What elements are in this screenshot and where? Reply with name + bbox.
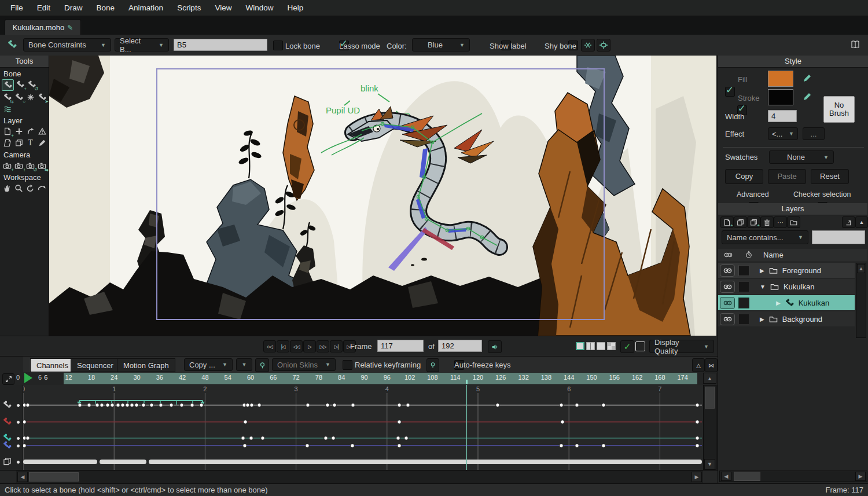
- add-point-tool-icon[interactable]: [13, 126, 24, 137]
- eyedropper-tool-icon[interactable]: [36, 138, 47, 148]
- bone-motion-channel-icon[interactable]: [3, 401, 12, 409]
- magnet-tool-icon[interactable]: [36, 126, 47, 137]
- ruler-frame-label[interactable]: 84: [333, 374, 350, 381]
- orbit-workspace-tool-icon[interactable]: [36, 183, 47, 193]
- ruler-frame-label[interactable]: 30: [129, 374, 145, 381]
- stroke-eyedropper-icon[interactable]: [803, 92, 812, 101]
- reparent-bone-tool-icon[interactable]: ↺: [26, 79, 37, 90]
- select-shape-tool-icon[interactable]: [13, 138, 24, 148]
- single-view-button[interactable]: [576, 342, 586, 352]
- new-layer-button[interactable]: +: [720, 216, 734, 228]
- ruler-frame-label[interactable]: 42: [174, 374, 190, 381]
- timeline-scroll-up-button[interactable]: ▲: [703, 373, 716, 384]
- menu-item-help[interactable]: Help: [280, 3, 310, 12]
- lock-bone-checkbox[interactable]: [273, 41, 283, 50]
- split-bone-button[interactable]: [581, 39, 595, 52]
- layer-filter-dropdown[interactable]: Name contains...▼: [722, 230, 808, 244]
- document-tab[interactable]: Kukulkan.moho ✎: [5, 19, 81, 35]
- manipulate-bones-tool-icon[interactable]: ○: [13, 92, 24, 102]
- effect-dropdown[interactable]: <...▼: [768, 127, 798, 140]
- collapse-panel-button[interactable]: ▲: [855, 216, 868, 228]
- duplicate-layer-button[interactable]: [734, 216, 747, 228]
- layer-row-kukulkan-group[interactable]: ▼ Kukulkan: [718, 279, 855, 294]
- effect-more-button[interactable]: ...: [803, 127, 825, 140]
- reference-layer-button[interactable]: +: [747, 216, 760, 228]
- ruler-frame-label[interactable]: 96: [379, 374, 395, 381]
- ruler-frame-label[interactable]: 168: [652, 374, 668, 381]
- layer-color-swatch[interactable]: [738, 314, 749, 325]
- ruler-frame-label[interactable]: 156: [606, 374, 623, 381]
- layer-row-kukulkan-bone-selected[interactable]: ▶ Kukulkan: [718, 295, 855, 310]
- zoom-workspace-tool-icon[interactable]: [13, 183, 24, 193]
- step-back-button[interactable]: ◁◁: [290, 340, 303, 352]
- bone-dynamics-channel-icon[interactable]: [3, 417, 12, 426]
- ruler-frame-label[interactable]: 66: [265, 374, 281, 381]
- no-brush-button[interactable]: No Brush: [823, 96, 855, 123]
- expand-timeline-icon[interactable]: [2, 373, 14, 385]
- track-camera-tool-icon[interactable]: +: [2, 160, 13, 171]
- layer-visibility-eyes-icon[interactable]: [720, 297, 735, 309]
- layer-color-swatch[interactable]: [738, 265, 749, 276]
- paste-style-button[interactable]: Paste: [768, 169, 806, 184]
- layer-visibility-eyes-icon[interactable]: [720, 313, 735, 325]
- canvas-viewport[interactable]: Pupil LR: [49, 56, 716, 336]
- detach-panel-button[interactable]: [842, 216, 855, 228]
- ruler-frame-label[interactable]: 36: [152, 374, 168, 381]
- pan-workspace-tool-icon[interactable]: [2, 183, 13, 193]
- freehand-tool-icon[interactable]: [2, 138, 13, 148]
- ruler-frame-label[interactable]: 78: [311, 374, 327, 381]
- menu-item-view[interactable]: View: [208, 3, 238, 12]
- menu-item-animation[interactable]: Animation: [122, 3, 170, 12]
- paste-options-dropdown[interactable]: ▼: [236, 358, 252, 371]
- menu-item-draw[interactable]: Draw: [57, 3, 90, 12]
- layer-options-button[interactable]: ···: [774, 216, 787, 228]
- ruler-frame-label[interactable]: 120: [470, 374, 486, 381]
- copy-style-button[interactable]: Copy: [725, 169, 763, 184]
- transform-bone-tool-icon[interactable]: ⇆: [2, 92, 13, 102]
- expand-arrow-icon[interactable]: ▶: [760, 267, 764, 274]
- layers-scrollbar[interactable]: ▲: [856, 263, 866, 338]
- timeline-vscrollbar[interactable]: ▼: [703, 385, 716, 470]
- fill-color-swatch[interactable]: [768, 71, 793, 87]
- swatches-dropdown[interactable]: None▼: [769, 150, 834, 164]
- ruler-frame-label[interactable]: 102: [402, 374, 418, 381]
- ruler-frame-label[interactable]: 54: [220, 374, 236, 381]
- curvature-tool-icon[interactable]: [25, 126, 36, 137]
- ruler-frame-label[interactable]: 126: [492, 374, 509, 381]
- expand-arrow-icon[interactable]: ▶: [760, 316, 764, 322]
- jump-start-loop-button[interactable]: ○◁: [263, 340, 276, 352]
- ruler-frame-label[interactable]: 72: [288, 374, 304, 381]
- ruler-frame-label[interactable]: 162: [629, 374, 645, 381]
- bone-strength-tool-icon[interactable]: [25, 92, 36, 102]
- text-tool-icon[interactable]: T: [25, 138, 36, 148]
- bone-name-input[interactable]: [174, 39, 267, 51]
- ruler-frame-label[interactable]: 24: [106, 374, 122, 381]
- mute-speaker-icon[interactable]: [488, 340, 502, 353]
- select-bone-dropdown[interactable]: Select B...▼: [115, 38, 169, 52]
- enable-drawing-check-icon[interactable]: ✓: [620, 340, 634, 353]
- display-quality-dropdown[interactable]: Display Quality▼: [649, 340, 714, 353]
- bind-bone-tool-icon[interactable]: ➤: [36, 92, 47, 102]
- play-button[interactable]: ▷: [303, 340, 316, 352]
- flatten-keys-button[interactable]: ⋈: [705, 358, 718, 372]
- ruler-frame-label[interactable]: 60: [242, 374, 259, 381]
- frame-number-input[interactable]: [377, 340, 424, 352]
- zoom-camera-tool-icon[interactable]: ↕: [13, 160, 24, 171]
- layer-visibility-eyes-icon[interactable]: [720, 264, 735, 277]
- timeline-tracks[interactable]: 01234567: [0, 385, 703, 470]
- library-book-icon[interactable]: [851, 40, 860, 49]
- onion-skins-dropdown[interactable]: Onion Skins▼: [272, 358, 336, 371]
- reset-style-button[interactable]: Reset: [811, 169, 849, 184]
- layer-row-foreground[interactable]: ▶ Foreground: [718, 263, 855, 278]
- copy-keyframes-dropdown[interactable]: Copy ...▼: [184, 358, 233, 371]
- layer-visibility-eyes-icon[interactable]: [720, 281, 735, 293]
- keyframe-marker-icon[interactable]: [426, 358, 439, 372]
- step-forward-button[interactable]: ▷▷: [317, 340, 329, 352]
- jump-start-button[interactable]: |◁: [277, 340, 289, 352]
- ruler-frame-label[interactable]: 6: [38, 374, 54, 381]
- relative-keyframing-checkbox[interactable]: [343, 360, 352, 370]
- delete-layer-button[interactable]: [760, 216, 774, 228]
- ruler-frame-label[interactable]: 108: [424, 374, 440, 381]
- menu-item-bone[interactable]: Bone: [90, 3, 122, 12]
- split-view-2col-button[interactable]: [586, 342, 596, 352]
